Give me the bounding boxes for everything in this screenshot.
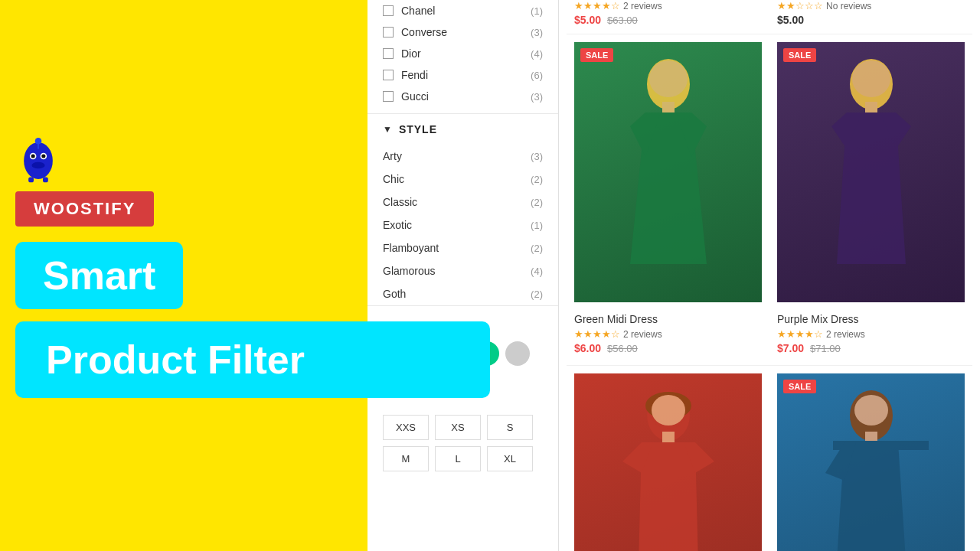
style-count-chic: (2) [531, 174, 543, 185]
pricing-partial-1: $5.00 $63.00 [574, 14, 762, 26]
stars-partial-1: ★★★★☆ 2 reviews [574, 0, 762, 11]
brand-count-fendi: (6) [531, 70, 543, 81]
top-partial-row: ★★★★☆ 2 reviews $5.00 $63.00 ★★☆☆☆ No re… [567, 0, 972, 34]
size-row-1: XXS XS S [383, 415, 543, 440]
product-card-red [567, 366, 769, 551]
size-s[interactable]: S [487, 415, 533, 440]
brand-name-gucci: Gucci [401, 90, 429, 103]
product-stars-2: ★★★★☆ 2 reviews [777, 328, 965, 340]
dress-silhouette-blue [810, 389, 933, 551]
size-l[interactable]: L [435, 446, 481, 471]
products-panel: ★★★★☆ 2 reviews $5.00 $63.00 ★★☆☆☆ No re… [559, 0, 980, 551]
brand-checkbox-chanel[interactable] [383, 5, 394, 16]
product-image-wrapper-2: SALE [777, 42, 965, 302]
brand-count-dior: (4) [531, 48, 543, 60]
svg-point-5 [31, 162, 44, 169]
style-section-label: STYLE [399, 123, 437, 135]
products-grid: SALE [567, 34, 972, 551]
svg-rect-12 [662, 102, 675, 114]
size-m[interactable]: M [383, 446, 429, 471]
brand-item-gucci[interactable]: Gucci (3) [368, 86, 558, 107]
size-row-2: M L XL [383, 446, 543, 471]
size-section: XXS XS S M L XL [368, 407, 558, 485]
svg-rect-9 [43, 177, 48, 182]
brand-item-dior[interactable]: Dior (4) [368, 43, 558, 64]
style-count-goth: (2) [531, 289, 543, 300]
stars-partial-2: ★★☆☆☆ No reviews [777, 0, 965, 11]
style-collapse-icon: ▼ [383, 124, 393, 135]
brand-item-converse[interactable]: Converse (3) [368, 21, 558, 43]
brand-count-converse: (3) [531, 27, 543, 38]
svg-point-19 [652, 395, 685, 425]
dress-silhouette-red [607, 389, 730, 551]
product-card-partial-1: ★★★★☆ 2 reviews $5.00 $63.00 [567, 0, 769, 34]
product-image-red [574, 373, 762, 551]
product-name-1: Green Midi Dress [574, 313, 762, 325]
pricing-partial-2: $5.00 [777, 14, 965, 26]
brand-list: Chanel (1) Converse (3) Dior (4) Fendi (… [368, 0, 558, 113]
sale-badge-2: SALE [783, 48, 816, 62]
woostify-logo-icon [15, 138, 61, 184]
svg-rect-7 [38, 141, 39, 148]
brand-count-gucci: (3) [531, 91, 543, 103]
svg-point-11 [649, 60, 688, 97]
svg-point-22 [854, 395, 888, 425]
style-count-glamorous: (4) [531, 266, 543, 277]
sale-badge-1: SALE [580, 48, 613, 62]
product-image-blue [777, 373, 965, 551]
brand-name-chanel: Chanel [401, 5, 435, 17]
product-pricing-2: $7.00 $71.00 [777, 342, 965, 354]
product-card-partial-2: ★★☆☆☆ No reviews $5.00 [769, 0, 972, 34]
brand-name-converse: Converse [401, 26, 447, 38]
product-card-green-midi: SALE [567, 34, 769, 366]
brand-name-dior: Dior [401, 47, 421, 60]
product-image-green [574, 42, 762, 302]
product-image-wrapper-1: SALE [574, 42, 762, 302]
svg-point-3 [31, 154, 35, 158]
woostify-brand: WOOSTIFY [15, 191, 154, 227]
left-panel: WOOSTIFY Smart Product Filter [0, 0, 368, 551]
brand-checkbox-fendi[interactable] [383, 70, 394, 80]
style-count-arty: (3) [531, 151, 543, 162]
product-info-2: Purple Mix Dress ★★★★☆ 2 reviews $7.00 $… [777, 310, 965, 357]
product-pricing-1: $6.00 $56.00 [574, 342, 762, 354]
product-info-1: Green Midi Dress ★★★★☆ 2 reviews $6.00 $… [574, 310, 762, 357]
smart-banner: Smart [15, 242, 183, 309]
brand-item-chanel[interactable]: Chanel (1) [368, 0, 558, 21]
product-filter-banner: Product Filter [15, 321, 490, 398]
style-count-classic: (2) [531, 197, 543, 208]
svg-point-14 [852, 60, 890, 97]
svg-rect-15 [865, 102, 877, 114]
svg-point-4 [41, 154, 45, 158]
product-image-wrapper-4: SALE [777, 373, 965, 551]
svg-rect-8 [28, 177, 34, 182]
brand-checkbox-converse[interactable] [383, 27, 394, 37]
brand-name-fendi: Fendi [401, 69, 428, 81]
brand-item-fendi[interactable]: Fendi (6) [368, 64, 558, 86]
dress-silhouette-purple [810, 57, 933, 287]
product-image-purple [777, 42, 965, 302]
sale-badge-4: SALE [783, 380, 816, 393]
svg-rect-20 [662, 432, 675, 444]
brand-checkbox-dior[interactable] [383, 48, 394, 59]
style-count-flamboyant: (2) [531, 243, 543, 254]
product-name-2: Purple Mix Dress [777, 313, 965, 325]
size-xxs[interactable]: XXS [383, 415, 429, 440]
brand-checkbox-gucci[interactable] [383, 91, 394, 102]
product-card-blue: SALE [769, 366, 972, 551]
logo-area: WOOSTIFY Smart Product Filter [15, 138, 490, 398]
style-count-exotic: (1) [531, 220, 543, 231]
product-card-purple-mix: SALE Purple Mix Dress ★★★★☆ 2 r [769, 34, 972, 366]
brand-count-chanel: (1) [531, 5, 543, 17]
color-swatch-light-gray[interactable] [505, 341, 530, 366]
size-xs[interactable]: XS [435, 415, 481, 440]
product-stars-1: ★★★★☆ 2 reviews [574, 328, 762, 340]
size-xl[interactable]: XL [487, 446, 533, 471]
product-image-wrapper-3 [574, 373, 762, 551]
dress-silhouette-green [607, 57, 730, 287]
